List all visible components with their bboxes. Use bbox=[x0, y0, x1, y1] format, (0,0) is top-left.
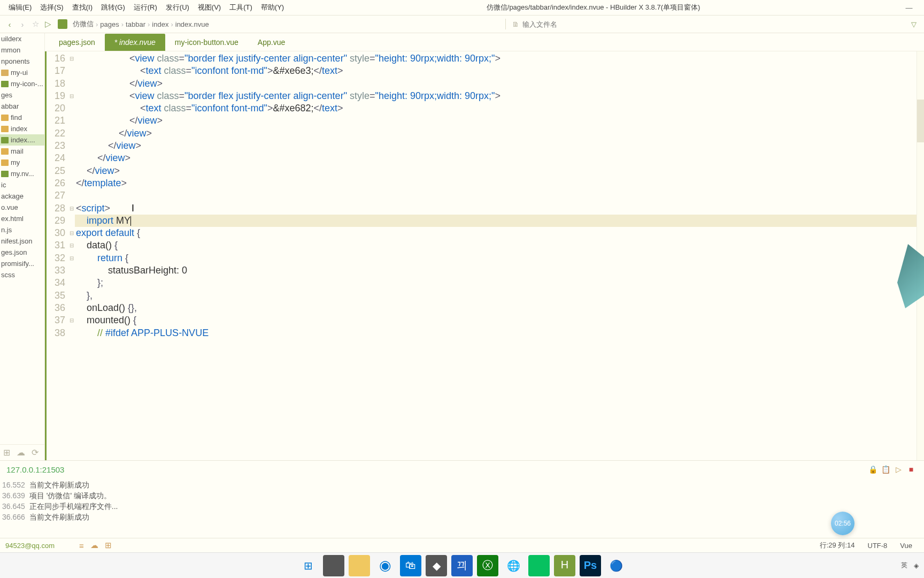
tree-item[interactable]: find bbox=[0, 112, 44, 123]
favorite-icon[interactable]: ☆ bbox=[29, 19, 42, 29]
fold-gutter[interactable]: ⊟⊟⊟⊟⊟⊟⊟ bbox=[68, 51, 75, 460]
tree-item-label: promisify... bbox=[1, 260, 34, 268]
tree-item[interactable]: my bbox=[0, 157, 44, 168]
editor-tabs: pages.json * index.nvue my-icon-button.v… bbox=[45, 33, 924, 51]
console-panel: 127.0.0.1:21503 🔒 📋 ▷ ■ 16.552当前文件刷新成功36… bbox=[0, 460, 924, 538]
tray-network-icon[interactable]: ◈ bbox=[914, 562, 919, 569]
tab-app-vue[interactable]: App.vue bbox=[248, 34, 295, 51]
tree-item-label: find bbox=[11, 113, 22, 121]
menu-help[interactable]: 帮助(Y) bbox=[257, 1, 288, 14]
tree-item[interactable]: abbar bbox=[0, 101, 44, 112]
status-grid-icon[interactable]: ⊞ bbox=[102, 541, 115, 550]
user-email[interactable]: 94523@qq.com bbox=[5, 542, 55, 550]
tree-item[interactable]: ex.html bbox=[0, 213, 44, 224]
tree-item[interactable]: ic bbox=[0, 179, 44, 191]
clock-badge[interactable]: 02:56 bbox=[831, 512, 854, 535]
console-stop-icon[interactable]: ■ bbox=[905, 465, 918, 474]
console-lock-icon[interactable]: 🔒 bbox=[866, 465, 879, 474]
breadcrumb-segment[interactable]: tabbar bbox=[124, 20, 148, 28]
app-icon[interactable]: ◆ bbox=[426, 555, 447, 576]
tree-item-label: ges bbox=[1, 91, 12, 99]
filter-icon[interactable]: ▽ bbox=[907, 20, 921, 28]
start-button[interactable]: ⊞ bbox=[297, 555, 319, 576]
tree-item[interactable]: ges bbox=[0, 89, 44, 101]
menu-select[interactable]: 选择(S) bbox=[36, 1, 67, 14]
menu-goto[interactable]: 跳转(G) bbox=[97, 1, 129, 14]
console-line: 36.645正在同步手机端程序文件... bbox=[2, 501, 922, 512]
menu-find[interactable]: 查找(I) bbox=[68, 1, 97, 14]
status-list-icon[interactable]: ≡ bbox=[76, 541, 87, 550]
tab-my-icon-button[interactable]: my-icon-button.vue bbox=[165, 34, 248, 51]
line-number-gutter: 1617181920212223242526272829303132333435… bbox=[45, 51, 68, 460]
menu-edit[interactable]: 编辑(E) bbox=[4, 1, 36, 14]
menu-tools[interactable]: 工具(T) bbox=[225, 1, 257, 14]
menu-bar: 编辑(E) 选择(S) 查找(I) 跳转(G) 运行(R) 发行(U) 视图(V… bbox=[0, 0, 924, 15]
tree-item[interactable]: my-icon-... bbox=[0, 78, 44, 89]
task-view-icon[interactable] bbox=[323, 555, 344, 576]
tree-item-label: ackage bbox=[1, 192, 24, 200]
tree-item[interactable]: o.vue bbox=[0, 202, 44, 213]
breadcrumb-segment[interactable]: index bbox=[150, 20, 171, 28]
language-mode[interactable]: Vue bbox=[894, 542, 919, 550]
console-play-icon[interactable]: ▷ bbox=[892, 465, 905, 474]
tree-item[interactable]: mail bbox=[0, 146, 44, 157]
hbuilder-icon[interactable]: H bbox=[554, 555, 575, 576]
tree-item[interactable]: index bbox=[0, 123, 44, 134]
store-icon[interactable]: 🛍 bbox=[400, 555, 421, 576]
tree-item[interactable]: uilderx bbox=[0, 33, 44, 44]
tab-index-nvue[interactable]: * index.nvue bbox=[105, 34, 165, 51]
menu-view[interactable]: 视图(V) bbox=[194, 1, 225, 14]
file-search-input[interactable] bbox=[522, 20, 619, 28]
tree-item-label: ges.json bbox=[1, 248, 27, 256]
chrome-icon[interactable]: 🌐 bbox=[503, 555, 524, 576]
xbox-icon[interactable]: ⓧ bbox=[477, 555, 498, 576]
sidebar-refresh-icon[interactable]: ⟳ bbox=[32, 447, 38, 458]
tree-item[interactable]: index.... bbox=[0, 134, 44, 146]
minimize-button[interactable]: — bbox=[898, 4, 920, 12]
tab-pages-json[interactable]: pages.json bbox=[49, 34, 105, 51]
tree-item[interactable]: scss bbox=[0, 269, 44, 280]
code-editor[interactable]: 1617181920212223242526272829303132333435… bbox=[45, 51, 924, 460]
app-icon[interactable]: 🔵 bbox=[605, 555, 627, 576]
edge-icon[interactable]: ◉ bbox=[374, 555, 396, 576]
console-address[interactable]: 127.0.0.1:21503 bbox=[6, 465, 64, 474]
tree-item[interactable]: nponents bbox=[0, 56, 44, 67]
code-content[interactable]: <view class="border flex justify-center … bbox=[75, 51, 917, 460]
nav-back-icon[interactable]: ‹ bbox=[3, 20, 16, 29]
run-icon[interactable]: ▷ bbox=[42, 19, 55, 29]
encoding[interactable]: UTF-8 bbox=[861, 542, 894, 550]
tree-item[interactable]: promisify... bbox=[0, 258, 44, 269]
cursor-position[interactable]: 行:29 列:14 bbox=[813, 541, 861, 550]
console-output[interactable]: 16.552当前文件刷新成功36.639项目 '仿微信' 编译成功。36.645… bbox=[0, 478, 924, 538]
file-icon bbox=[1, 148, 9, 155]
status-cloud-icon[interactable]: ☁ bbox=[87, 541, 102, 550]
app-icon[interactable]: 끠 bbox=[451, 555, 473, 576]
windows-taskbar[interactable]: ⊞ ◉ 🛍 ◆ 끠 ⓧ 🌐 H Ps 🔵 英 ◈ bbox=[0, 552, 924, 578]
tree-item[interactable]: n.js bbox=[0, 224, 44, 235]
tree-item[interactable]: ackage bbox=[0, 191, 44, 202]
sidebar-grid-icon[interactable]: ⊞ bbox=[3, 447, 10, 458]
tree-item[interactable]: mmon bbox=[0, 44, 44, 56]
wechat-icon[interactable] bbox=[528, 555, 550, 576]
menu-run[interactable]: 运行(R) bbox=[129, 1, 161, 14]
console-copy-icon[interactable]: 📋 bbox=[879, 465, 892, 474]
tray-ime[interactable]: 英 bbox=[901, 561, 907, 570]
menu-publish[interactable]: 发行(U) bbox=[161, 1, 194, 14]
sidebar-cloud-icon[interactable]: ☁ bbox=[17, 447, 25, 458]
tree-item[interactable]: my.nv... bbox=[0, 168, 44, 179]
file-icon bbox=[1, 115, 9, 121]
tree-item-label: uilderx bbox=[1, 35, 21, 43]
tree-item[interactable]: ges.json bbox=[0, 247, 44, 258]
breadcrumb-segment[interactable]: pages bbox=[98, 20, 121, 28]
window-title: 仿微信/pages/tabbar/index/index.nvue - HBui… bbox=[288, 3, 898, 12]
photoshop-icon[interactable]: Ps bbox=[580, 555, 601, 576]
nav-forward-icon[interactable]: › bbox=[16, 20, 29, 29]
tree-item-label: scss bbox=[1, 271, 15, 279]
tree-item[interactable]: my-ui bbox=[0, 67, 44, 78]
project-icon bbox=[58, 19, 67, 29]
breadcrumb-segment[interactable]: index.nvue bbox=[173, 20, 211, 28]
breadcrumb-segment[interactable]: 仿微信 bbox=[71, 19, 96, 29]
tree-item-label: ic bbox=[1, 181, 6, 189]
tree-item[interactable]: nifest.json bbox=[0, 235, 44, 247]
explorer-icon[interactable] bbox=[349, 555, 370, 576]
